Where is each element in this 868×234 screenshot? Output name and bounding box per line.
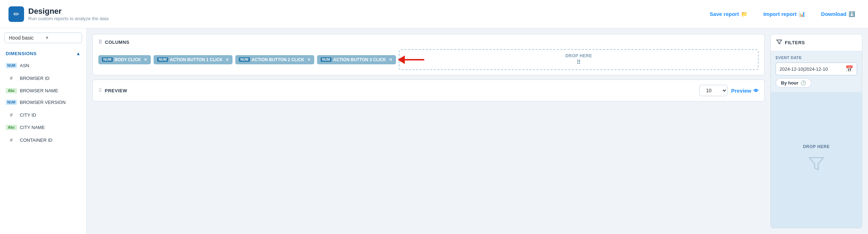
sidebar-item-city-id[interactable]: # CITY ID [0, 108, 86, 122]
filters-title: FILTERS [785, 40, 805, 45]
col-chip-body-click[interactable]: NUM BODY CLICK ✕ [98, 55, 151, 64]
col-chip-action-btn-1[interactable]: NUM ACTION BUTTON 1 CLICK ✕ [154, 55, 232, 64]
by-hour-button[interactable]: By hour 🕐 [776, 78, 811, 88]
preview-panel: ⠿ PREVIEW 10 25 50 100 Preview 👁 [92, 80, 765, 101]
header-left: Designer Run custom reports to analyze t… [8, 6, 109, 22]
import-report-label: Import report [763, 11, 797, 17]
import-report-button[interactable]: Import report 📊 [759, 8, 810, 20]
columns-title-label: COLUMNS [105, 40, 130, 45]
logo-icon [8, 6, 24, 22]
drag-dots-icon: ⠿ [576, 59, 581, 66]
preview-title: PREVIEW [105, 88, 127, 93]
badge-hash: # [6, 111, 17, 118]
clock-icon: 🕐 [800, 80, 806, 86]
badge-num: NUM [6, 63, 17, 68]
header: Designer Run custom reports to analyze t… [0, 0, 868, 28]
chip-badge-num: NUM [102, 57, 113, 62]
download-label: Download [821, 11, 846, 17]
chevron-down-icon: ▼ [45, 35, 78, 40]
badge-hash: # [6, 75, 17, 82]
arrow-area: NUM ACTION BUTTON 3 CLICK ✕ [317, 55, 396, 64]
sidebar: Hood basic ▼ DIMENSIONS ▲ NUM ASN # BROW… [0, 28, 87, 234]
badge-abc: Abc [6, 125, 17, 130]
filters-header: FILTERS [771, 34, 862, 51]
drop-zone-columns[interactable]: DROP HERE ⠿ [399, 49, 759, 70]
drop-zone-filters[interactable]: DROP HERE [771, 92, 862, 228]
chip-close-icon[interactable]: ✕ [307, 57, 311, 62]
dimensions-header: DIMENSIONS ▲ [0, 47, 86, 60]
funnel-icon [807, 155, 825, 176]
eye-icon: 👁 [753, 88, 759, 94]
columns-panel-title: ⠿ COLUMNS [98, 39, 759, 45]
sidebar-item-browser-version[interactable]: NUM BROWSER VERSION [0, 96, 86, 108]
import-icon: 📊 [799, 11, 805, 17]
sidebar-item-label: CONTAINER ID [20, 138, 52, 143]
sidebar-item-label: ASN [20, 63, 29, 68]
event-date-section: EVENT DATE 2024-12-10|2024-12-10 📅 By ho… [771, 51, 862, 92]
columns-panel: ⠿ COLUMNS NUM BODY CLICK ✕ NUM ACTION BU… [92, 34, 765, 75]
sidebar-item-label: CITY ID [20, 112, 36, 118]
col-chip-action-btn-2[interactable]: NUM ACTION BUTTON 2 CLICK ✕ [235, 55, 314, 64]
header-actions: Save report 📁 Import report 📊 Download ⬇… [706, 8, 860, 20]
hood-select-value: Hood basic [9, 35, 42, 41]
app-title: Designer [28, 7, 109, 16]
badge-num: NUM [6, 100, 17, 105]
sidebar-item-browser-id[interactable]: # BROWSER ID [0, 71, 86, 85]
sidebar-item-city-name[interactable]: Abc CITY NAME [0, 122, 86, 133]
download-icon: ⬇️ [849, 11, 855, 17]
red-arrow-indicator [398, 55, 424, 64]
date-input-row[interactable]: 2024-12-10|2024-12-10 📅 [776, 63, 857, 75]
sidebar-item-asn[interactable]: NUM ASN [0, 60, 86, 71]
sidebar-item-label: BROWSER VERSION [20, 100, 65, 105]
app-subtitle: Run custom reports to analyze the data [28, 16, 109, 21]
filter-icon [776, 39, 782, 46]
collapse-icon[interactable]: ▲ [76, 51, 81, 56]
folder-icon: 📁 [741, 11, 748, 17]
preview-count-select[interactable]: 10 25 50 100 [699, 85, 728, 96]
sidebar-item-browser-name[interactable]: Abc BROWSER NAME [0, 85, 86, 96]
chip-close-icon[interactable]: ✕ [144, 57, 147, 62]
chip-label: ACTION BUTTON 2 CLICK [252, 57, 304, 62]
save-report-button[interactable]: Save report 📁 [706, 8, 752, 20]
preview-right: 10 25 50 100 Preview 👁 [699, 85, 759, 96]
columns-row: NUM BODY CLICK ✕ NUM ACTION BUTTON 1 CLI… [98, 49, 759, 70]
chip-close-icon[interactable]: ✕ [225, 57, 229, 62]
drop-here-label: DROP HERE [565, 53, 592, 58]
drag-handle-icon[interactable]: ⠿ [98, 88, 102, 93]
sidebar-item-container-id[interactable]: # CONTAINER ID [0, 133, 86, 147]
drag-handle-icon[interactable]: ⠿ [98, 39, 102, 45]
chip-badge-num: NUM [321, 57, 332, 62]
layout: Hood basic ▼ DIMENSIONS ▲ NUM ASN # BROW… [0, 28, 868, 234]
by-hour-label: By hour [781, 80, 798, 86]
date-value: 2024-12-10|2024-12-10 [780, 66, 828, 72]
badge-hash: # [6, 136, 17, 144]
sidebar-item-label: BROWSER NAME [20, 88, 58, 93]
chip-label: BODY CLICK [115, 57, 141, 62]
col-chip-action-btn-3[interactable]: NUM ACTION BUTTON 3 CLICK ✕ [317, 55, 396, 64]
sidebar-item-label: CITY NAME [20, 125, 45, 130]
chip-close-icon[interactable]: ✕ [389, 57, 392, 62]
hood-select[interactable]: Hood basic ▼ [4, 33, 82, 43]
calendar-icon[interactable]: 📅 [845, 65, 853, 73]
chip-badge-num: NUM [239, 57, 250, 62]
chip-badge-num: NUM [157, 57, 168, 62]
header-title: Designer Run custom reports to analyze t… [28, 7, 109, 21]
sidebar-item-label: BROWSER ID [20, 76, 50, 81]
event-date-label: EVENT DATE [776, 55, 857, 60]
filters-panel: FILTERS EVENT DATE 2024-12-10|2024-12-10… [770, 34, 862, 228]
download-button[interactable]: Download ⬇️ [817, 8, 860, 20]
preview-button-label: Preview [731, 88, 751, 94]
chip-label: ACTION BUTTON 3 CLICK [333, 57, 386, 62]
filters-drop-label: DROP HERE [803, 144, 830, 149]
badge-abc: Abc [6, 88, 17, 93]
chip-label: ACTION BUTTON 1 CLICK [170, 57, 223, 62]
save-report-label: Save report [710, 11, 739, 17]
main-area: ⠿ COLUMNS NUM BODY CLICK ✕ NUM ACTION BU… [87, 28, 770, 234]
preview-left: ⠿ PREVIEW [98, 88, 695, 93]
dimensions-label: DIMENSIONS [6, 51, 36, 56]
preview-button[interactable]: Preview 👁 [731, 88, 759, 94]
